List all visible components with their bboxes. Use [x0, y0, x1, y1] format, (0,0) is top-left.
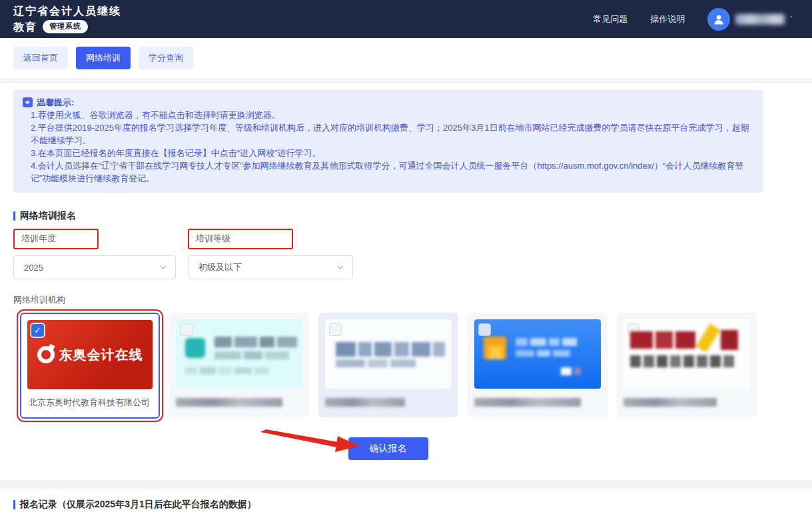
divider-band-bottom — [0, 480, 812, 489]
section-title-signup-text: 网络培训报名 — [20, 210, 76, 222]
app-title: 辽宁省会计人员继续 教育 管理系统 — [13, 3, 121, 34]
org-card-dongao[interactable]: ✓ 东奥会计在线 北京东奥时代教育科技有限公司 — [20, 313, 160, 419]
section-bar-icon — [13, 500, 15, 509]
system-badge: 管理系统 — [43, 20, 88, 33]
section-bar-icon — [13, 211, 15, 221]
tab-bar: 返回首页 网络培训 学分查询 — [0, 38, 812, 78]
app-header: 辽宁省会计人员继续 教育 管理系统 常见问题 操作说明 ’ — [0, 0, 812, 38]
section-title-signup: 网络培训报名 — [13, 210, 763, 222]
notice-line-3: 3.在本页面已经报名的年度直接在【报名记录】中点击“进入网校”进行学习。 — [23, 147, 753, 159]
user-caret-icon: ’ — [790, 15, 792, 24]
notice-line-2: 2.平台提供2019-2025年度的报名学习选择学习年度、等级和培训机构后，进入… — [23, 121, 753, 147]
org-card-list: ✓ 东奥会计在线 北京东奥时代教育科技有限公司 — [13, 313, 763, 419]
chevron-down-icon — [159, 263, 167, 271]
level-select-value: 初级及以下 — [199, 261, 242, 273]
tab-back-home[interactable]: 返回首页 — [13, 47, 68, 69]
org-name-redacted — [623, 398, 717, 407]
org-logo-redacted — [623, 319, 750, 389]
dongao-logo-icon — [37, 346, 55, 363]
checkbox-checked-icon[interactable]: ✓ — [31, 324, 44, 337]
org-name: 北京东奥时代教育科技有限公司 — [27, 396, 153, 409]
org-logo-dongao: ✓ 东奥会计在线 — [27, 320, 153, 389]
divider-band-top — [0, 78, 812, 83]
app-title-line2: 教育 — [13, 19, 37, 35]
notice-line-1: 1.荐使用火狐、谷歌浏览器，有不能点击和选择时请更换浏览器。 — [23, 109, 753, 121]
level-select[interactable]: 初级及以下 — [188, 255, 353, 279]
year-select[interactable]: 2025 — [13, 255, 176, 279]
confirm-signup-button[interactable]: 确认报名 — [348, 437, 428, 460]
section-title-records: 报名记录（仅展示2025年3月1日后在此平台报名的数据） — [13, 499, 799, 511]
org-name-redacted — [474, 398, 581, 407]
annotation-level-label: 培训等级 — [188, 229, 293, 249]
tab-network-training[interactable]: 网络培训 — [76, 47, 131, 69]
annotation-arrow-icon — [260, 428, 360, 459]
user-icon — [712, 13, 725, 26]
org-card-3[interactable] — [318, 313, 458, 417]
spacer — [0, 460, 812, 480]
dongao-logo-text: 东奥会计在线 — [59, 346, 143, 364]
notice-title: 温馨提示: — [37, 96, 74, 109]
annotation-year-label: 培训年度 — [13, 229, 99, 249]
section-title-records-text: 报名记录（仅展示2025年3月1日后在此平台报名的数据） — [20, 499, 256, 511]
level-label: 培训等级 — [196, 233, 230, 243]
org-logo-redacted — [176, 319, 302, 389]
org-logo-redacted — [325, 319, 452, 389]
user-menu[interactable]: ’ — [707, 8, 792, 31]
app-title-line1: 辽宁省会计人员继续 — [13, 3, 121, 19]
org-card-4[interactable] — [468, 313, 608, 417]
notice-box: 温馨提示: 1.荐使用火狐、谷歌浏览器，有不能点击和选择时请更换浏览器。 2.平… — [13, 90, 763, 193]
notice-line-4: 4.会计人员选择在“辽宁省干部在线学习网专技人才专区”参加网络继续教育及其他形式… — [23, 159, 753, 185]
tab-credit-query[interactable]: 学分查询 — [139, 47, 193, 69]
org-logo-redacted — [474, 319, 601, 389]
user-avatar[interactable] — [707, 8, 730, 31]
org-name-redacted — [176, 398, 282, 407]
faq-link[interactable]: 常见问题 — [593, 13, 627, 25]
year-select-value: 2025 — [24, 263, 43, 273]
announcement-icon — [23, 97, 33, 107]
org-card-5[interactable] — [617, 313, 757, 417]
chevron-down-icon — [336, 263, 344, 271]
year-label: 培训年度 — [21, 233, 56, 243]
org-list-label: 网络培训机构 — [13, 294, 763, 306]
username-redacted — [735, 14, 785, 25]
org-card-2[interactable] — [169, 313, 309, 417]
manual-link[interactable]: 操作说明 — [650, 13, 685, 25]
org-name-redacted — [325, 398, 405, 407]
